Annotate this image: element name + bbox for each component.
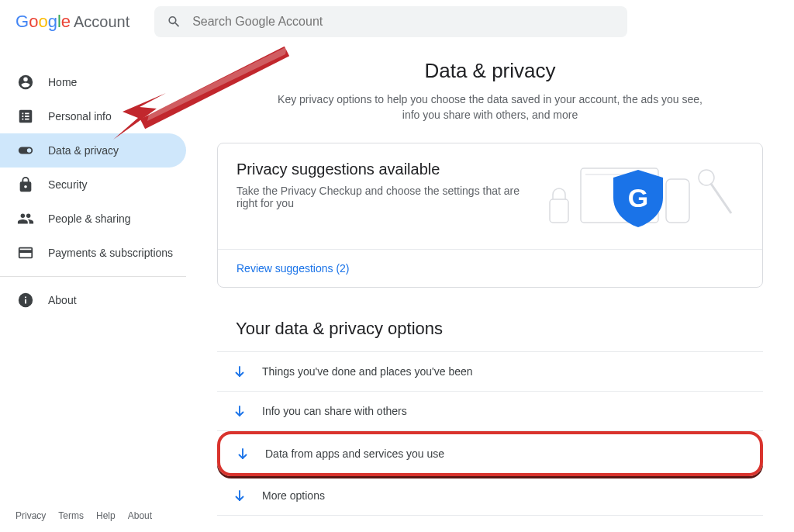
- option-label: Data from apps and services you use: [265, 447, 444, 460]
- shield-icon: G: [613, 170, 663, 227]
- option-label: More options: [262, 489, 325, 502]
- arrow-down-icon: [233, 404, 247, 418]
- card-title: Privacy suggestions available: [236, 161, 526, 178]
- sidebar: Home Personal info Data & privacy Securi…: [0, 43, 186, 532]
- footer-link-privacy[interactable]: Privacy: [16, 510, 46, 521]
- svg-rect-3: [666, 179, 689, 223]
- sidebar-item-payments[interactable]: Payments & subscriptions: [0, 236, 186, 270]
- sidebar-item-label: Payments & subscriptions: [48, 247, 173, 259]
- logo-account-text: Account: [74, 13, 129, 31]
- sidebar-item-about[interactable]: About: [0, 283, 186, 317]
- option-things-done[interactable]: Things you've done and places you've bee…: [217, 351, 763, 392]
- sidebar-item-label: Personal info: [48, 110, 112, 123]
- footer: Privacy Terms Help About: [0, 499, 167, 532]
- sidebar-item-label: Home: [48, 76, 77, 88]
- sidebar-item-security[interactable]: Security: [0, 168, 186, 202]
- account-circle-icon: [17, 74, 34, 91]
- people-icon: [17, 210, 34, 227]
- info-icon: [17, 292, 34, 309]
- page-subtitle: Key privacy options to help you choose t…: [273, 92, 707, 123]
- search-bar[interactable]: [154, 6, 627, 37]
- option-label: Things you've done and places you've bee…: [262, 365, 473, 378]
- footer-link-help[interactable]: Help: [96, 510, 116, 521]
- footer-link-about[interactable]: About: [128, 510, 152, 521]
- sidebar-item-label: People & sharing: [48, 212, 131, 225]
- privacy-suggestions-card: Privacy suggestions available Take the P…: [217, 143, 763, 288]
- option-more-options[interactable]: More options: [217, 476, 763, 516]
- card-icon: [17, 244, 34, 261]
- option-data-apps-services[interactable]: Data from apps and services you use: [217, 431, 763, 476]
- page-title: Data & privacy: [217, 59, 763, 83]
- id-card-icon: [17, 108, 34, 125]
- sidebar-item-data-privacy[interactable]: Data & privacy: [0, 133, 186, 168]
- footer-link-terms[interactable]: Terms: [58, 510, 84, 521]
- svg-text:G: G: [628, 183, 648, 212]
- svg-point-4: [699, 170, 714, 185]
- options-section-title: Your data & privacy options: [236, 319, 763, 339]
- google-account-logo[interactable]: Google Account: [16, 12, 129, 32]
- lock-icon: [17, 176, 34, 193]
- main-content: Data & privacy Key privacy options to he…: [186, 43, 794, 532]
- svg-rect-0: [550, 199, 568, 223]
- option-info-share[interactable]: Info you can share with others: [217, 392, 763, 431]
- arrow-down-icon: [233, 489, 247, 503]
- nav-divider: [0, 276, 186, 277]
- sidebar-item-label: Data & privacy: [48, 144, 119, 157]
- privacy-illustration: G: [542, 161, 744, 230]
- review-suggestions-link[interactable]: Review suggestions (2): [236, 262, 350, 275]
- option-label: Info you can share with others: [262, 405, 407, 417]
- svg-line-5: [711, 184, 731, 213]
- arrow-down-icon: [236, 447, 250, 461]
- sidebar-item-home[interactable]: Home: [0, 65, 186, 99]
- sidebar-item-label: Security: [48, 178, 88, 191]
- search-icon: [167, 14, 181, 29]
- sidebar-item-label: About: [48, 294, 77, 306]
- search-input[interactable]: [192, 15, 615, 29]
- card-description: Take the Privacy Checkup and choose the …: [236, 185, 526, 209]
- toggle-icon: [17, 142, 34, 159]
- sidebar-item-people-sharing[interactable]: People & sharing: [0, 202, 186, 236]
- sidebar-item-personal-info[interactable]: Personal info: [0, 99, 186, 133]
- arrow-down-icon: [233, 364, 247, 378]
